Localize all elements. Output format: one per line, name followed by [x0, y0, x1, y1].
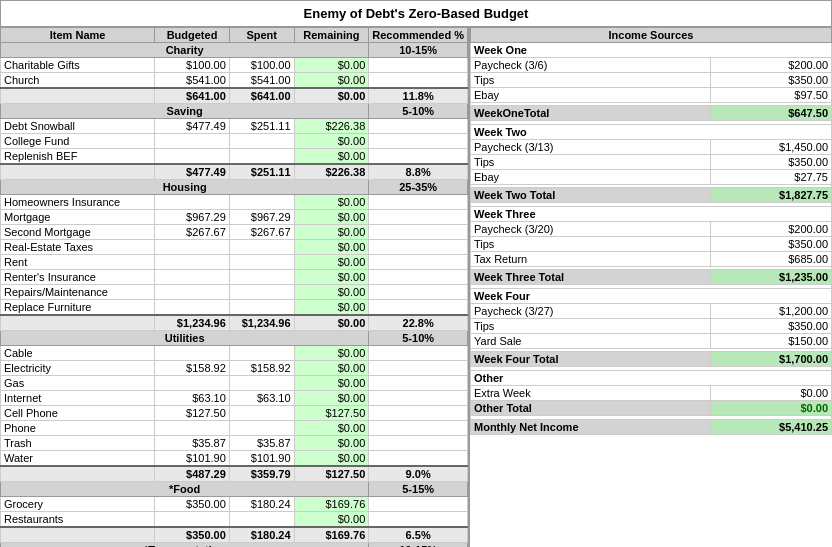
table-row: Tips $350.00 [471, 237, 832, 252]
food-total: $350.00 $180.24 $169.76 6.5% [1, 527, 468, 543]
table-row: Paycheck (3/6) $200.00 [471, 58, 832, 73]
table-row: Second Mortgage $267.67 $267.67 $0.00 [1, 225, 468, 240]
week-two-header: Week Two [471, 125, 832, 140]
table-row: Repairs/Maintenance $0.00 [1, 285, 468, 300]
table-row: Tips $350.00 [471, 73, 832, 88]
table-row: Water $101.90 $101.90 $0.00 [1, 451, 468, 467]
col-remaining: Remaining [294, 28, 369, 43]
col-budgeted: Budgeted [155, 28, 230, 43]
table-row: Trash $35.87 $35.87 $0.00 [1, 436, 468, 451]
table-row: Cell Phone $127.50 $127.50 [1, 406, 468, 421]
table-row: Rent $0.00 [1, 255, 468, 270]
col-spent: Spent [229, 28, 294, 43]
week-three-total: Week Three Total $1,235.00 [471, 270, 832, 285]
page-title: Enemy of Debt's Zero-Based Budget [0, 0, 832, 27]
col-item-name: Item Name [1, 28, 155, 43]
week-one-header: Week One [471, 43, 832, 58]
table-row: Replenish BEF $0.00 [1, 149, 468, 165]
table-row: Homeowners Insurance $0.00 [1, 195, 468, 210]
saving-total: $477.49 $251.11 $226.38 8.8% [1, 164, 468, 180]
section-saving: Saving 5-10% [1, 104, 468, 119]
table-row: Replace Furniture $0.00 [1, 300, 468, 316]
table-row: Phone $0.00 [1, 421, 468, 436]
table-row: Paycheck (3/27) $1,200.00 [471, 304, 832, 319]
table-row: Debt Snowball $477.49 $251.11 $226.38 [1, 119, 468, 134]
table-row: Tax Return $685.00 [471, 252, 832, 267]
table-row: Ebay $27.75 [471, 170, 832, 185]
table-row: College Fund $0.00 [1, 134, 468, 149]
table-row: Gas $0.00 [1, 376, 468, 391]
week-four-total: Week Four Total $1,700.00 [471, 352, 832, 367]
table-row: Tips $350.00 [471, 319, 832, 334]
table-row: Church $541.00 $541.00 $0.00 [1, 73, 468, 89]
monthly-net-income: Monthly Net Income $5,410.25 [471, 420, 832, 435]
week-three-header: Week Three [471, 207, 832, 222]
section-charity: Charity 10-15% [1, 43, 468, 58]
section-food: *Food 5-15% [1, 482, 468, 497]
table-row: Electricity $158.92 $158.92 $0.00 [1, 361, 468, 376]
week-four-header: Week Four [471, 289, 832, 304]
table-row: Ebay $97.50 [471, 88, 832, 103]
table-row: Restaurants $0.00 [1, 512, 468, 528]
table-row: Paycheck (3/20) $200.00 [471, 222, 832, 237]
table-row: Grocery $350.00 $180.24 $169.76 [1, 497, 468, 512]
week-two-total: Week Two Total $1,827.75 [471, 188, 832, 203]
table-row: Extra Week $0.00 [471, 386, 832, 401]
other-total: Other Total $0.00 [471, 401, 832, 416]
section-transportation: *Transportation 10-15% [1, 543, 468, 548]
col-recommended-pct: Recommended % [369, 28, 468, 43]
table-row: Mortgage $967.29 $967.29 $0.00 [1, 210, 468, 225]
column-headers: Item Name Budgeted Spent Remaining Recom… [1, 28, 468, 43]
table-row: Yard Sale $150.00 [471, 334, 832, 349]
income-sources-header: Income Sources [471, 28, 832, 43]
other-header: Other [471, 371, 832, 386]
table-row: Real-Estate Taxes $0.00 [1, 240, 468, 255]
table-row: Internet $63.10 $63.10 $0.00 [1, 391, 468, 406]
week-one-total: WeekOneTotal $647.50 [471, 106, 832, 121]
table-row: Cable $0.00 [1, 346, 468, 361]
section-utilities: Utilities 5-10% [1, 331, 468, 346]
utilities-total: $487.29 $359.79 $127.50 9.0% [1, 466, 468, 482]
section-housing: Housing 25-35% [1, 180, 468, 195]
table-row: Tips $350.00 [471, 155, 832, 170]
table-row: Charitable Gifts $100.00 $100.00 $0.00 [1, 58, 468, 73]
housing-total: $1,234.96 $1,234.96 $0.00 22.8% [1, 315, 468, 331]
table-row: Renter's Insurance $0.00 [1, 270, 468, 285]
table-row: Paycheck (3/13) $1,450.00 [471, 140, 832, 155]
charity-total: $641.00 $641.00 $0.00 11.8% [1, 88, 468, 104]
